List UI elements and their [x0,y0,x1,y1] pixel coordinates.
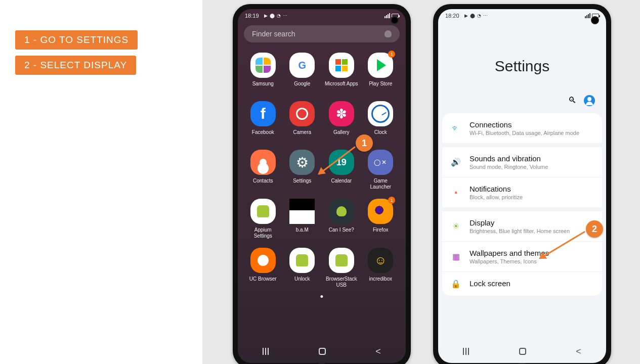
settings-item-sounds-and-vibration[interactable]: 🔊Sounds and vibrationSound mode, Rington… [442,143,602,177]
play-icon: 1 [368,53,393,78]
app-uc-browser[interactable]: UC Browser [245,248,281,288]
nav-back-button[interactable]: < [576,346,581,357]
app-label: Unlock [294,276,310,287]
contacts-icon [250,150,276,175]
status-time: 18:20 [445,13,459,19]
status-icons: ▶⬤◔⋯ [264,13,287,18]
app-firefox[interactable]: 1Firefox [363,199,399,239]
nav-bar: < [438,343,606,360]
settings-item-title: Notifications [470,185,594,193]
app-camera[interactable]: Camera [284,101,321,141]
phone-app-drawer: 18:19 ▶⬤◔⋯ Finder search SamsungGoogleMi… [233,4,411,364]
app-gallery[interactable]: Gallery [323,101,360,141]
app-label: Gallery [333,129,350,141]
app-incredibox[interactable]: incredibox [363,248,399,288]
app-label: UC Browser [249,276,277,287]
app-label: Facebook [252,129,274,141]
clock-icon [368,101,393,126]
uc-icon [250,248,276,273]
app-contacts[interactable]: Contacts [245,150,281,190]
app-label: Google [294,81,310,92]
settings-item-title: Display [470,218,594,227]
app-label: Clock [374,129,387,141]
app-can-i-see-[interactable]: Can I See? [323,199,360,239]
unlock-icon [289,248,315,273]
settings-item-subtitle: Sound mode, Ringtone, Volume [470,164,594,170]
settings-item-title: Sounds and vibration [470,154,594,163]
app-label: Game Launcher [363,178,399,190]
app-clock[interactable]: Clock [363,101,399,141]
status-time: 18:19 [245,13,259,19]
app-b-a-m[interactable]: b.a.M [284,199,321,239]
settings-item-text: Lock screen [470,279,594,289]
settings-item-text: ConnectionsWi-Fi, Bluetooth, Data usage,… [470,120,594,136]
app-label: Settings [293,178,311,189]
notification-badge: 1 [388,51,395,58]
nav-home-button[interactable] [519,348,526,355]
settings-header: Settings [438,22,606,95]
app-samsung[interactable]: Samsung [245,53,281,92]
settings-item-text: DisplayBrightness, Blue light filter, Ho… [470,218,594,234]
status-bar: 18:20 ▶⬤◔⋯ [438,9,606,22]
settings-item-connections[interactable]: ᯤConnectionsWi-Fi, Bluetooth, Data usage… [442,113,602,143]
settings-item-text: Wallpapers and themesWallpapers, Themes,… [470,249,594,264]
nav-back-button[interactable]: < [375,346,381,357]
app-settings[interactable]: Settings [284,150,321,190]
settings-list: ᯤConnectionsWi-Fi, Bluetooth, Data usage… [442,113,602,296]
sound-icon: 🔊 [450,157,461,167]
game-icon [368,150,393,175]
nav-recent-button[interactable] [263,348,269,355]
settings-item-title: Connections [470,120,594,129]
bam-icon [289,199,315,224]
camera-hole-icon [391,16,399,24]
app-label: Samsung [252,81,274,92]
finder-placeholder: Finder search [252,30,295,38]
app-play-store[interactable]: 1Play Store [363,53,399,92]
app-grid: SamsungGoogleMicrosoft Apps1Play StoreFa… [238,46,406,288]
app-label: Microsoft Apps [325,81,358,92]
settings-item-title: Lock screen [470,279,594,288]
search-icon[interactable]: 🔍︎ [568,96,577,106]
settings-toolbar: 🔍︎ [438,95,606,113]
account-icon[interactable] [584,95,595,106]
status-icons: ▶⬤◔⋯ [464,13,488,18]
settings-icon [289,150,315,175]
nav-recent-button[interactable] [463,348,469,355]
lock-icon: 🔒 [450,279,461,289]
settings-item-wallpapers-and-themes[interactable]: ▦Wallpapers and themesWallpapers, Themes… [442,241,602,271]
settings-item-subtitle: Wallpapers, Themes, Icons [470,258,594,264]
gal-icon [329,101,354,126]
app-label: Firefox [373,227,389,238]
settings-item-subtitle: Wi-Fi, Bluetooth, Data usage, Airplane m… [470,130,594,136]
google-icon [289,53,315,78]
step-2-label: 2 - SELECT DISPLAY [15,56,136,75]
settings-item-lock-screen[interactable]: 🔒Lock screen [442,271,602,296]
disp-icon: ☀ [450,221,461,231]
app-google[interactable]: Google [284,53,321,92]
app-label: Contacts [253,178,273,189]
nav-bar: < [238,343,406,360]
ms-icon [329,53,354,78]
settings-title: Settings [438,58,606,75]
settings-item-notifications[interactable]: ▪NotificationsBlock, allow, prioritize [442,177,602,207]
settings-item-title: Wallpapers and themes [470,249,594,257]
app-appium-settings[interactable]: Appium Settings [245,199,281,239]
settings-item-subtitle: Block, allow, prioritize [470,194,594,200]
phone-settings: 18:20 ▶⬤◔⋯ Settings 🔍︎ ᯤConnectionsWi-Fi… [433,4,611,364]
app-browserstack-usb[interactable]: BrowserStack USB [323,248,360,288]
app-facebook[interactable]: Facebook [245,101,281,141]
app-unlock[interactable]: Unlock [284,248,321,288]
mic-icon[interactable] [385,30,392,37]
app-label: Can I See? [329,227,354,238]
notif-icon: ▪ [450,188,461,197]
finder-search[interactable]: Finder search [244,25,400,42]
app-label: BrowserStack USB [323,276,360,288]
app-microsoft-apps[interactable]: Microsoft Apps [323,53,360,92]
app-label: b.a.M [296,227,309,238]
page-indicator: • [238,292,406,302]
settings-item-text: NotificationsBlock, allow, prioritize [470,185,594,200]
app-game-launcher[interactable]: Game Launcher [363,150,399,190]
nav-home-button[interactable] [319,348,326,355]
screen-app-drawer: 18:19 ▶⬤◔⋯ Finder search SamsungGoogleMi… [238,9,406,363]
annotation-marker-2: 2 [586,220,603,238]
